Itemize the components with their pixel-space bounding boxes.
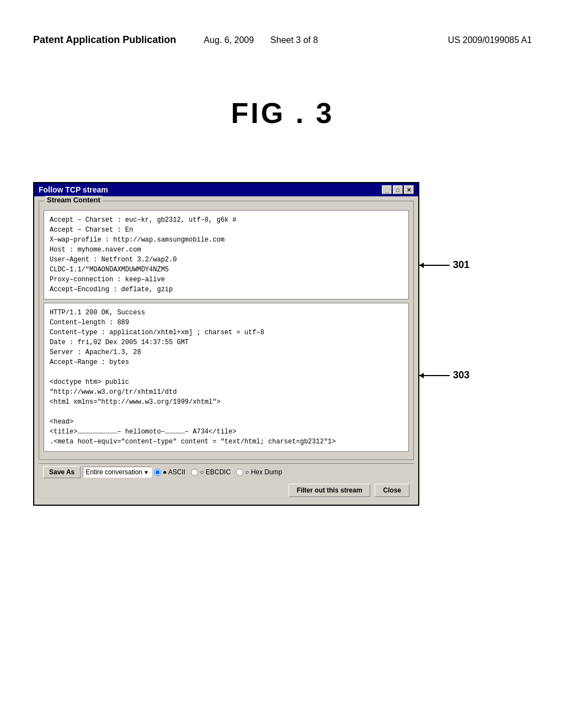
stream1-line-2: Accept – Charset : En bbox=[50, 225, 403, 235]
stream2-line-10: <head> bbox=[50, 417, 403, 427]
stream1-line-5: User–Agent : Netfront 3.2/wap2.0 bbox=[50, 255, 403, 265]
bottom-row: Filter out this stream Close bbox=[39, 480, 414, 500]
stream2-line-6: Accept–Range : bytes bbox=[50, 357, 403, 367]
ascii-radio[interactable] bbox=[154, 469, 161, 476]
arrow-head-303 bbox=[419, 373, 424, 378]
stream-box-1: Accept – Charset : euc–kr, gb2312, utf–8… bbox=[44, 210, 409, 299]
ref-301-label: 301 bbox=[453, 259, 470, 271]
stream2-blank-1 bbox=[50, 367, 403, 377]
save-as-button[interactable]: Save As bbox=[43, 466, 81, 478]
stream2-line-3: Content–type : application/xhtml+xm] ; c… bbox=[50, 328, 403, 338]
chevron-down-icon: ▼ bbox=[143, 469, 149, 475]
annotation-301: 301 bbox=[419, 259, 470, 271]
stream2-line-1: HTTP/1.1 200 OK, Success bbox=[50, 308, 403, 318]
ascii-label: ● ASCII bbox=[163, 468, 185, 476]
sheet-info: Sheet 3 of 8 bbox=[270, 35, 318, 45]
maximize-button[interactable]: □ bbox=[393, 185, 403, 194]
stream-box-2: HTTP/1.1 200 OK, Success Content–length … bbox=[44, 303, 409, 452]
encoding-radio-group: ● ASCII ○ EBCDIC ○ Hex Dump bbox=[154, 468, 282, 476]
dialog-title: Follow TCP stream bbox=[39, 185, 108, 194]
window-controls: _ □ ✕ bbox=[382, 185, 414, 194]
hex-dump-radio[interactable] bbox=[236, 469, 243, 476]
arrow-line-303 bbox=[419, 375, 450, 376]
stream2-blank-2 bbox=[50, 407, 403, 417]
ebcdic-radio-label[interactable]: ○ EBCDIC bbox=[191, 468, 231, 476]
header: Patent Application Publication Aug. 6, 2… bbox=[0, 34, 565, 46]
close-button[interactable]: ✕ bbox=[404, 185, 414, 194]
toolbar: Save As Entire conversation ▼ ● ASCII ○ … bbox=[39, 463, 414, 480]
publication-date: Aug. 6, 2009 bbox=[204, 35, 254, 45]
stream1-line-1: Accept – Charset : euc–kr, gb2312, utf–8… bbox=[50, 215, 403, 225]
close-dialog-button[interactable]: Close bbox=[375, 484, 409, 497]
follow-tcp-stream-dialog: Follow TCP stream _ □ ✕ Stream Content A… bbox=[33, 182, 419, 506]
conversation-dropdown[interactable]: Entire conversation ▼ bbox=[83, 467, 152, 478]
patent-number: US 2009/0199085 A1 bbox=[448, 35, 532, 45]
figure-title: FIG . 3 bbox=[0, 97, 565, 130]
stream-group-label: Stream Content bbox=[45, 196, 103, 204]
stream2-line-8: "http://www.w3.org/tr/xhtml1/dtd bbox=[50, 387, 403, 397]
hex-label: ○ Hex Dump bbox=[245, 468, 282, 476]
stream1-line-4: Host : myhome.naver.com bbox=[50, 245, 403, 255]
title-bar: Follow TCP stream _ □ ✕ bbox=[34, 183, 418, 196]
arrow-line-301 bbox=[419, 265, 450, 266]
minimize-button[interactable]: _ bbox=[382, 185, 392, 194]
ebcdic-radio[interactable] bbox=[191, 469, 198, 476]
hex-dump-radio-label[interactable]: ○ Hex Dump bbox=[236, 468, 282, 476]
stream1-line-6: CLDC–1.1/"MDAONDAXMDUWMDY4NZM5 bbox=[50, 265, 403, 275]
stream2-line-5: Server : Apache/1.3, 28 bbox=[50, 347, 403, 357]
stream2-line-4: Date : fri,02 Dex 2005 14:37:55 GMT bbox=[50, 338, 403, 347]
patent-label: Patent Application Publication bbox=[33, 34, 176, 46]
stream1-line-8: Accept–Encoding : deflate, gzip bbox=[50, 285, 403, 295]
stream-content-group: Stream Content Accept – Charset : euc–kr… bbox=[39, 201, 414, 460]
stream2-line-12: .<meta hoot–equiv="content–type" content… bbox=[50, 437, 403, 447]
ascii-radio-label[interactable]: ● ASCII bbox=[154, 468, 185, 476]
stream1-line-7: Proxy–connection : keep–alive bbox=[50, 275, 403, 285]
stream2-line-9: <html xmlns="http://www.w3.org/1999/xhtm… bbox=[50, 397, 403, 407]
stream2-line-7: <doctype htm> public bbox=[50, 377, 403, 387]
stream2-line-11: <title>…………………………– hellomoto–……………– A734… bbox=[50, 427, 403, 437]
stream2-line-2: Content–length : 889 bbox=[50, 318, 403, 328]
annotation-303: 303 bbox=[419, 370, 470, 381]
ref-303-label: 303 bbox=[453, 370, 470, 381]
ebcdic-label: ○ EBCDIC bbox=[200, 468, 231, 476]
arrow-head-301 bbox=[419, 263, 424, 268]
stream-group-inner: Accept – Charset : euc–kr, gb2312, utf–8… bbox=[39, 201, 413, 459]
dialog-content: Stream Content Accept – Charset : euc–kr… bbox=[34, 196, 418, 505]
stream1-line-3: X–wap–profile : http://wap.samsungmobile… bbox=[50, 235, 403, 245]
filter-out-button[interactable]: Filter out this stream bbox=[289, 484, 371, 497]
conversation-dropdown-label: Entire conversation bbox=[86, 468, 142, 476]
